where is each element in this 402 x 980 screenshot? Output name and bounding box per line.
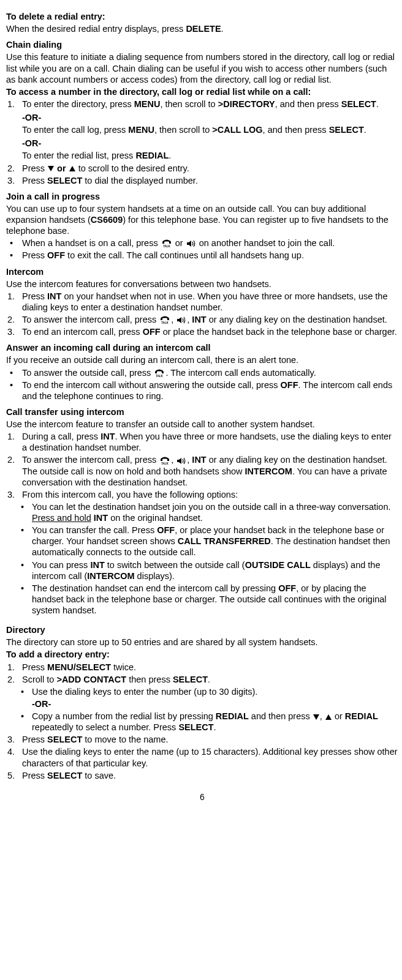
text: ,: [171, 455, 176, 465]
redial-key: REDIAL: [135, 151, 169, 160]
call-transfer-desc: Use the intercom feature to transfer an …: [6, 419, 398, 430]
list-item: 2. Press or to scroll to the desired ent…: [6, 163, 398, 174]
list-item: You can press INT to switch between the …: [6, 559, 398, 582]
delete-redial-title: To delete a redial entry:: [6, 11, 398, 22]
page-number: 6: [6, 792, 398, 803]
menu-select-key: MENU/SELECT: [47, 662, 111, 672]
list-item: 2. Scroll to >ADD CONTACT then press SEL…: [6, 674, 398, 685]
text: or: [332, 711, 345, 721]
text: To enter the directory, press: [22, 99, 134, 109]
text: displays).: [135, 571, 175, 581]
text: . The intercom call ends automatically.: [165, 368, 316, 378]
intercom-title: Intercom: [6, 266, 398, 277]
text: Use the dialing keys to enter the number…: [32, 687, 257, 697]
text: To end an intercom call, press: [22, 327, 143, 337]
text: ,: [171, 315, 176, 324]
text: Use the dialing keys to enter the name (…: [22, 747, 398, 768]
text: You can transfer the call. Press: [32, 525, 157, 535]
text: to save.: [82, 771, 116, 780]
text: .: [214, 722, 216, 732]
directory-label: >DIRECTORY: [218, 99, 275, 109]
intercom-label: INTERCOM: [245, 466, 292, 476]
select-key: SELECT: [173, 675, 208, 684]
select-key: SELECT: [47, 176, 82, 185]
off-key: OFF: [278, 583, 296, 593]
speaker-icon: [176, 316, 186, 324]
text: You can press: [32, 560, 90, 570]
text: To enter the redial list, press REDIAL.: [22, 150, 398, 161]
text: to exit the call. The call continues unt…: [65, 250, 304, 260]
directory-desc: The directory can store up to 50 entries…: [6, 637, 398, 648]
list-item: 4. Use the dialing keys to enter the nam…: [6, 746, 398, 768]
text: on another handset to join the call.: [197, 238, 335, 248]
off-key: OFF: [157, 525, 175, 535]
menu-key: MENU: [128, 125, 154, 135]
int-key: INT: [90, 560, 104, 570]
list-item: 3. To end an intercom call, press OFF or…: [6, 326, 398, 337]
text: , and then press: [275, 99, 341, 109]
or-label: -OR-: [32, 698, 398, 709]
speaker-icon: [186, 239, 196, 248]
speaker-icon: [176, 457, 186, 465]
text: To enter the call log, press: [22, 125, 128, 135]
intercom-desc: Use the intercom features for conversati…: [6, 279, 398, 290]
text: on your handset when not in use. When yo…: [22, 291, 387, 312]
int-key: INT: [100, 432, 115, 441]
down-arrow-icon: [48, 166, 54, 171]
add-entry-title: To add a directory entry:: [6, 649, 398, 660]
text: to switch between the outside call (: [105, 560, 245, 570]
text: Copy a number from the redial list by pr…: [32, 711, 216, 721]
talk-icon: [154, 369, 165, 378]
text: When a handset is on a call, press: [22, 238, 161, 248]
select-key: SELECT: [329, 125, 364, 135]
list-item: Copy a number from the redial list by pr…: [6, 711, 398, 733]
off-key: OFF: [281, 380, 298, 390]
int-key: INT: [192, 315, 206, 324]
redial-key: REDIAL: [345, 711, 378, 721]
text: repeatedly to select a number. Press: [32, 722, 178, 732]
int-key: INT: [47, 291, 61, 301]
text: To enter the redial list, press: [22, 151, 135, 160]
talk-icon: [161, 239, 172, 248]
text: , then scroll to: [160, 99, 218, 109]
int-key: INT: [192, 455, 206, 465]
text: To enter the call log, press MENU, then …: [22, 124, 398, 135]
text: Scroll to: [22, 675, 56, 684]
text: The destination handset can end the inte…: [32, 583, 278, 593]
answer-incoming-desc: If you receive an outside call during an…: [6, 354, 398, 365]
talk-icon: [159, 316, 170, 324]
text: to scroll to the desired entry.: [76, 163, 189, 173]
list-item: The destination handset can end the inte…: [6, 583, 398, 616]
or-label: -OR-: [22, 138, 398, 149]
text: or place the handset back in the telepho…: [161, 327, 397, 337]
list-item: To end the intercom call without answeri…: [6, 380, 398, 402]
select-key: SELECT: [47, 735, 82, 744]
text: .: [169, 151, 171, 160]
text: or: [173, 238, 186, 248]
up-arrow-icon: [325, 714, 332, 720]
text: .: [208, 675, 210, 684]
text: and then press: [249, 711, 313, 721]
or-text: or: [55, 163, 69, 173]
text: on the original handset.: [108, 513, 203, 523]
list-item: 1. To enter the directory, press MENU, t…: [6, 99, 398, 162]
list-item: Use the dialing keys to enter the number…: [6, 686, 398, 709]
answer-incoming-title: Answer an incoming call during an interc…: [6, 342, 398, 353]
select-key: SELECT: [341, 99, 376, 109]
select-key: SELECT: [178, 722, 213, 732]
menu-key: MENU: [134, 99, 161, 109]
off-key: OFF: [47, 250, 65, 260]
list-item: 1. Press MENU/SELECT twice.: [6, 662, 398, 673]
call-transferred-label: CALL TRANSFERRED: [178, 536, 271, 546]
talk-icon: [159, 457, 170, 465]
text: .: [364, 125, 366, 135]
text: During a call, press: [22, 432, 100, 441]
list-item: To answer the outside call, press . The …: [6, 367, 398, 378]
list-item: 3. From this intercom call, you have the…: [6, 489, 398, 500]
outside-call-label: OUTSIDE CALL: [245, 560, 311, 570]
text: To end the intercom call without answeri…: [22, 380, 281, 390]
select-key: SELECT: [47, 771, 82, 780]
down-arrow-icon: [313, 714, 319, 720]
off-key: OFF: [143, 327, 161, 337]
chain-dialing-access-title: To access a number in the directory, cal…: [6, 86, 398, 97]
